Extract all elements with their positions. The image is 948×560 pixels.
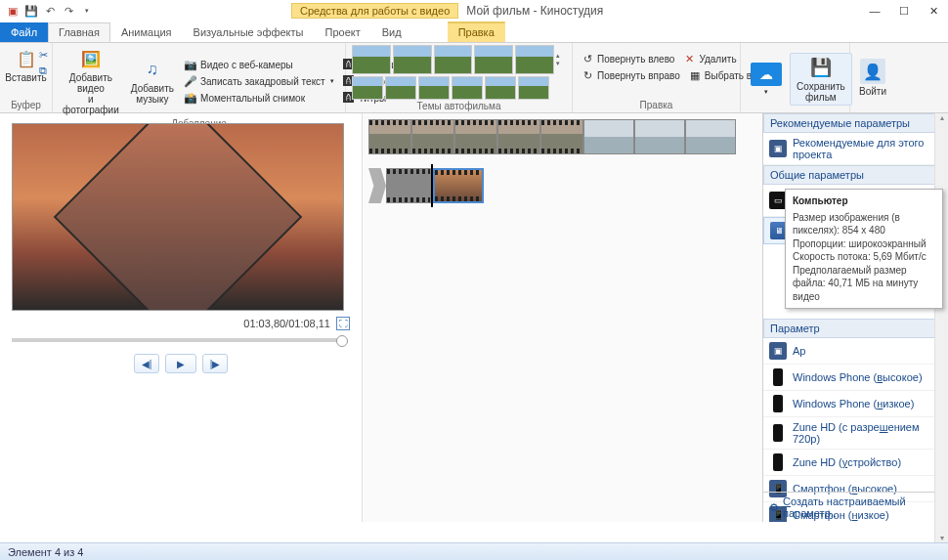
save-movie-icon: 💾 (809, 56, 833, 79)
clip-3[interactable] (454, 119, 497, 154)
zune-icon (773, 453, 783, 471)
panel-header-params: Параметр (763, 319, 948, 338)
app-title: Мой фильм - Киностудия (466, 4, 603, 18)
option-recommended[interactable]: ▣Рекомендуемые для этого проекта (763, 133, 948, 165)
save-icon[interactable]: 💾 (22, 2, 40, 20)
clip-6[interactable] (583, 119, 634, 154)
clip-1[interactable] (368, 119, 411, 154)
status-bar: Элемент 4 из 4 (0, 542, 948, 560)
contextual-tab-label: Средства для работы с видео (291, 3, 458, 19)
group-edit: Правка (579, 99, 734, 110)
tab-file[interactable]: Файл (0, 22, 48, 42)
option-wp-high[interactable]: Windows Phone (высокое) (763, 365, 948, 391)
add-video-icon: 🖼️ (79, 47, 103, 70)
scrollbar[interactable]: ▴▾ (934, 113, 948, 542)
clip-gray[interactable] (386, 168, 431, 203)
add-music-label: Добавить музыку (131, 83, 174, 105)
webcam-icon: 📷 (184, 58, 197, 71)
maximize-button[interactable]: ☐ (889, 0, 919, 22)
option-custom[interactable]: ⚙Создать настраиваемый параметр... (763, 492, 948, 522)
app-icon: ▣ (4, 2, 22, 20)
paste-icon: 📋 (15, 47, 38, 70)
save-movie-label: Сохранить фильм (797, 81, 845, 103)
add-video-button[interactable]: 🖼️ Добавить видео и фотографии (59, 45, 123, 117)
clip-8[interactable] (685, 119, 736, 154)
add-video-label: Добавить видео и фотографии (63, 72, 119, 115)
option-ap[interactable]: ▣Ар (763, 338, 948, 365)
next-frame-button[interactable]: |▶ (202, 354, 228, 373)
clip-5[interactable] (540, 119, 583, 154)
cloud-button[interactable]: ☁▾ (747, 61, 786, 98)
avatar-icon: 👤 (860, 59, 885, 84)
panel-header-recommended: Рекомендуемые параметры (763, 113, 948, 133)
transition-arrow[interactable] (368, 168, 386, 203)
theme-2[interactable] (393, 45, 432, 74)
tooltip-computer: Компьютер Размер изображения (в пикселях… (785, 189, 943, 309)
save-movie-button[interactable]: 💾 Сохранить фильм (790, 53, 852, 106)
copy-icon[interactable]: ⧉ (39, 65, 47, 77)
option-wp-low[interactable]: Windows Phone (низкое) (763, 391, 948, 417)
seek-slider[interactable] (12, 338, 344, 342)
rotate-right-icon: ↻ (581, 68, 594, 82)
timecode: 01:03,80/01:08,11 (243, 318, 330, 329)
theme-11[interactable] (518, 76, 549, 100)
clip-selected[interactable] (433, 168, 484, 203)
snapshot-button[interactable]: 📸Моментальный снимок (182, 90, 336, 106)
tab-edit[interactable]: Правка (448, 22, 505, 42)
tab-animation[interactable]: Анимация (110, 22, 183, 42)
phone-icon (773, 395, 783, 412)
theme-10[interactable] (485, 76, 516, 100)
option-zune-dev[interactable]: Zune HD (устройство) (763, 450, 948, 476)
theme-5[interactable] (515, 45, 554, 74)
close-button[interactable]: ✕ (919, 0, 948, 22)
select-all-icon: ▦ (688, 68, 702, 82)
phone-icon (773, 368, 783, 386)
theme-7[interactable] (385, 76, 416, 100)
group-themes: Темы автофильма (352, 100, 566, 111)
play-button[interactable]: ▶ (165, 354, 196, 373)
group-buffer: Буфер (6, 99, 46, 110)
cut-icon[interactable]: ✂ (39, 49, 48, 62)
signin-label: Войти (859, 86, 886, 97)
prev-frame-button[interactable]: ◀| (134, 354, 159, 373)
snapshot-icon: 📸 (184, 91, 197, 105)
save-movie-panel: Рекомендуемые параметры ▣Рекомендуемые д… (762, 113, 948, 522)
redo-icon[interactable]: ↷ (60, 2, 77, 20)
rec-icon: ▣ (769, 140, 787, 157)
tab-home[interactable]: Главная (48, 22, 110, 42)
video-preview (12, 123, 344, 311)
webcam-button[interactable]: 📷Видео с веб-камеры (182, 57, 336, 72)
status-text: Элемент 4 из 4 (8, 546, 83, 558)
timeline-panel[interactable]: Рекомендуемые параметры ▣Рекомендуемые д… (362, 113, 948, 522)
cloud-icon: ☁ (751, 63, 782, 86)
theme-1[interactable] (352, 45, 391, 74)
mic-icon: 🎤 (184, 74, 197, 88)
theme-6[interactable] (352, 76, 383, 100)
theme-8[interactable] (418, 76, 450, 100)
voiceover-button[interactable]: 🎤Записать закадровый текст▾ (182, 73, 336, 89)
music-icon: ♫ (141, 58, 164, 81)
rotate-left-button[interactable]: ↺Повернуть влево (579, 51, 676, 66)
theme-9[interactable] (452, 76, 483, 100)
option-zune-720[interactable]: Zune HD (с разрешением 720p) (763, 417, 948, 450)
clip-2[interactable] (411, 119, 454, 154)
clip-4[interactable] (497, 119, 540, 154)
theme-4[interactable] (474, 45, 513, 74)
qat-dropdown-icon[interactable]: ▾ (78, 2, 96, 20)
gear-icon: ⚙ (769, 501, 779, 514)
panel-header-common: Общие параметры (763, 165, 948, 185)
tab-project[interactable]: Проект (314, 22, 370, 42)
delete-button[interactable]: ✕Удалить (680, 51, 738, 66)
signin-button[interactable]: 👤 Войти (855, 57, 890, 99)
minimize-button[interactable]: — (860, 0, 889, 22)
rotate-right-button[interactable]: ↻Повернуть вправо (579, 67, 682, 83)
tab-vfx[interactable]: Визуальные эффекты (183, 22, 315, 42)
theme-3[interactable] (434, 45, 473, 74)
tab-view[interactable]: Вид (371, 22, 412, 42)
themes-gallery[interactable]: ▴▾ (352, 45, 566, 74)
undo-icon[interactable]: ↶ (41, 2, 59, 20)
fullscreen-icon[interactable]: ⛶ (336, 317, 350, 330)
clip-7[interactable] (634, 119, 685, 154)
add-music-button[interactable]: ♫ Добавить музыку (127, 56, 178, 107)
zune-icon (773, 424, 783, 442)
